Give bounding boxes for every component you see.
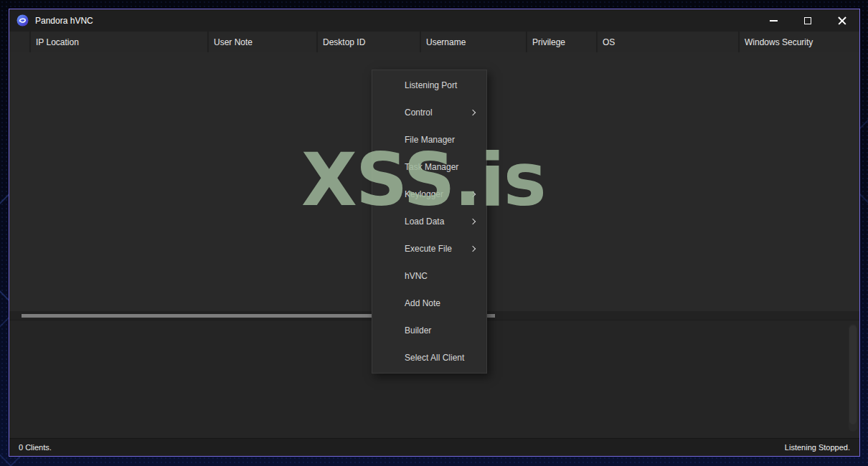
listening-status-label: Listening Stopped. (785, 443, 850, 452)
menu-item-select-all-client[interactable]: Select All Client (372, 344, 486, 371)
menu-item-load-data[interactable]: Load Data (372, 208, 486, 235)
column-header-privilege[interactable]: Privilege (527, 32, 598, 52)
column-header-spacer (9, 32, 31, 52)
status-bar: 0 Clients. Listening Stopped. (9, 438, 859, 456)
client-table-header: IP LocationUser NoteDesktop IDUsernamePr… (9, 32, 859, 52)
menu-item-hvnc[interactable]: hVNC (372, 262, 486, 290)
menu-item-file-manager[interactable]: File Manager (372, 126, 486, 153)
column-header-username[interactable]: Username (421, 32, 527, 52)
desktop-background: Pandora hVNC IP LocationUser NoteDesktop… (0, 0, 868, 466)
menu-item-label: Select All Client (405, 353, 464, 363)
menu-item-add-note[interactable]: Add Note (372, 290, 486, 317)
submenu-arrow-icon (470, 191, 476, 197)
submenu-arrow-icon (470, 246, 476, 252)
menu-item-label: Keylogger (405, 189, 443, 199)
submenu-arrow-icon (470, 219, 476, 224)
menu-item-task-manager[interactable]: Task Manager (372, 153, 486, 181)
window-controls (756, 9, 859, 32)
column-header-user-note[interactable]: User Note (209, 32, 318, 52)
close-icon (837, 16, 847, 26)
maximize-icon (804, 17, 811, 24)
close-button[interactable] (825, 9, 859, 32)
menu-item-label: File Manager (405, 135, 455, 145)
menu-item-control[interactable]: Control (372, 99, 486, 126)
menu-item-label: Task Manager (405, 162, 458, 172)
menu-item-label: Control (405, 108, 433, 118)
column-header-windows-security[interactable]: Windows Security (740, 32, 859, 52)
column-header-ip-location[interactable]: IP Location (31, 32, 209, 52)
minimize-button[interactable] (756, 9, 791, 32)
client-count-label: 0 Clients. (19, 443, 52, 452)
window-title: Pandora hVNC (35, 16, 93, 26)
column-header-desktop-id[interactable]: Desktop ID (318, 32, 421, 52)
pandora-swirl-icon (16, 14, 29, 27)
maximize-button[interactable] (791, 9, 825, 32)
vertical-scrollbar-thumb[interactable] (849, 325, 857, 424)
menu-item-label: Add Note (405, 298, 440, 308)
menu-item-listening-port[interactable]: Listening Port (372, 72, 486, 99)
context-menu: Listening PortControlFile ManagerTask Ma… (372, 70, 487, 374)
menu-item-keylogger[interactable]: Keylogger (372, 181, 486, 208)
vertical-scrollbar[interactable] (849, 324, 857, 432)
column-header-os[interactable]: OS (598, 32, 740, 52)
menu-item-label: Listening Port (405, 80, 457, 90)
menu-item-label: hVNC (405, 271, 428, 281)
minimize-icon (770, 20, 778, 22)
menu-item-builder[interactable]: Builder (372, 317, 486, 344)
submenu-arrow-icon (470, 110, 476, 115)
title-bar[interactable]: Pandora hVNC (9, 9, 859, 32)
menu-item-label: Load Data (405, 217, 444, 227)
menu-item-label: Builder (405, 325, 431, 336)
menu-item-execute-file[interactable]: Execute File (372, 235, 486, 262)
menu-item-label: Execute File (405, 244, 452, 254)
